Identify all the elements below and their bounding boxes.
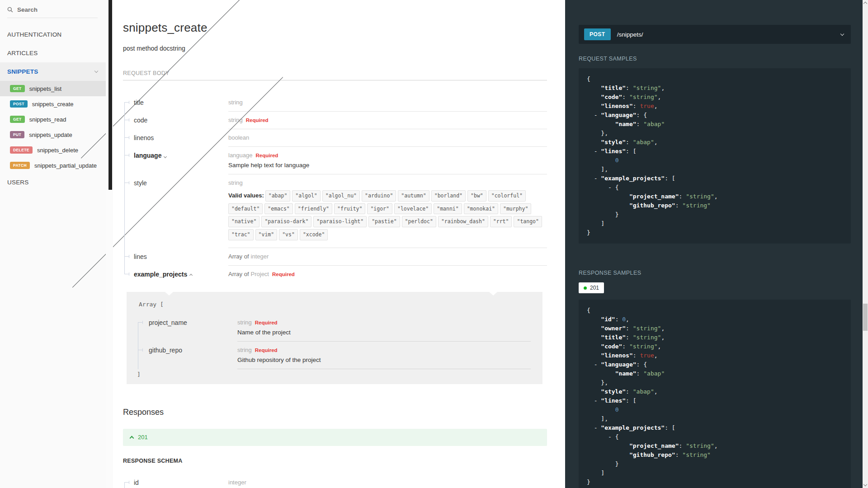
sidebar-item-snippets_read[interactable]: GETsnippets_read xyxy=(0,112,106,127)
field-type: string xyxy=(228,179,243,186)
code-token: "code" xyxy=(601,94,622,100)
code-token: , xyxy=(661,334,665,341)
sidebar-item-snippets_delete[interactable]: DELETEsnippets_delete xyxy=(0,142,106,158)
code-token: "linenos" xyxy=(601,352,632,359)
sidebar-item-snippets_update[interactable]: PUTsnippets_update xyxy=(0,127,106,142)
code-token: "language" xyxy=(601,112,636,118)
code-line: } xyxy=(587,210,843,219)
enum-value-chip: "borland" xyxy=(431,190,466,202)
tree-connector xyxy=(124,174,125,248)
field-type-cell: stringRequiredGithub repository of the p… xyxy=(237,342,531,369)
code-line: - "lines": [ xyxy=(587,396,843,405)
operation-label: snippets_read xyxy=(29,116,66,123)
collapse-marker[interactable]: - xyxy=(594,397,601,404)
enum-value-chip: "paraiso-dark" xyxy=(261,216,311,227)
field-help-text: Name of the project xyxy=(237,329,531,336)
field-type-cell: languageRequiredSample help text for lan… xyxy=(228,147,547,174)
field-name-cell: id xyxy=(123,474,228,488)
collapse-marker[interactable]: - xyxy=(594,112,601,118)
code-token: , xyxy=(626,316,629,323)
code-token xyxy=(587,397,594,404)
code-token: "style" xyxy=(601,388,626,395)
field-name-cell: example_projects xyxy=(123,266,228,283)
sidebar-item-snippets_list[interactable]: GETsnippets_list xyxy=(0,81,106,96)
code-token: "github_repo" xyxy=(629,451,675,458)
enum-value-chip: "abap" xyxy=(265,190,291,202)
collapse-marker[interactable]: - xyxy=(594,175,601,182)
required-badge: Required xyxy=(256,153,278,158)
sidebar-section-label: ARTICLES xyxy=(7,50,38,56)
field-type-line: languageRequired xyxy=(228,152,547,159)
collapse-marker[interactable]: - xyxy=(594,361,601,368)
tree-connector xyxy=(124,102,125,112)
enum-value-chip: "vs" xyxy=(279,229,298,240)
sidebar-item-snippets[interactable]: SNIPPETS xyxy=(0,62,106,81)
response-tab-201[interactable]: 201 xyxy=(579,282,604,293)
code-token xyxy=(587,469,601,476)
code-line: "id": 0, xyxy=(587,315,843,324)
method-badge: PUT xyxy=(10,131,24,138)
sidebar-item-articles[interactable]: ARTICLES xyxy=(0,44,106,62)
request-samples-label: REQUEST SAMPLES xyxy=(579,56,851,62)
collapse-marker[interactable]: - xyxy=(608,433,615,440)
field-type-cell: integerid serializer help text xyxy=(228,474,547,488)
code-token: "id" xyxy=(601,316,615,323)
collapse-marker[interactable]: - xyxy=(594,148,601,155)
chevron-up-icon xyxy=(189,274,193,277)
code-token: : { xyxy=(637,361,647,368)
sidebar-item-users[interactable]: USERS xyxy=(0,173,106,192)
required-badge: Required xyxy=(272,272,295,277)
collapse-marker[interactable]: - xyxy=(608,184,615,191)
code-token xyxy=(587,139,601,145)
code-token: "string" xyxy=(686,442,714,449)
code-token xyxy=(587,121,615,127)
page-scrollbar-thumb[interactable] xyxy=(863,304,868,331)
code-token: : xyxy=(626,334,633,341)
code-token: { xyxy=(587,75,590,82)
code-line: - "language": { xyxy=(587,360,843,369)
code-line: "style": "abap", xyxy=(587,138,843,147)
sidebar-item-snippets_create[interactable]: POSTsnippets_create xyxy=(0,96,106,112)
field-row-language[interactable]: languagelanguageRequiredSample help text… xyxy=(123,147,547,174)
required-badge: Required xyxy=(246,117,269,123)
search-input[interactable]: Search xyxy=(7,0,98,18)
field-name-cell: style xyxy=(123,174,228,248)
response-201-banner[interactable]: 201 xyxy=(123,429,547,446)
collapse-marker[interactable]: - xyxy=(594,424,601,431)
enum-value-chip: "colorful" xyxy=(488,190,526,202)
sidebar-item-authentication[interactable]: AUTHENTICATION xyxy=(0,25,106,44)
tree-connector xyxy=(124,129,125,147)
code-token: "string" xyxy=(686,193,714,200)
code-token: , xyxy=(658,94,661,100)
code-token: : xyxy=(622,343,629,350)
sidebar-scrollbar[interactable] xyxy=(106,0,113,488)
field-type-cell: string xyxy=(228,94,547,112)
field-type-line: Array ofProjectRequired xyxy=(228,271,547,277)
code-token: 0 xyxy=(615,406,619,413)
method-badge: DELETE xyxy=(10,146,33,154)
enum-value-chip: "rainbow_dash" xyxy=(438,216,488,227)
code-token: "abap" xyxy=(633,139,654,145)
page-scrollbar[interactable] xyxy=(863,0,868,488)
endpoint-selector[interactable]: POST /snippets/ xyxy=(579,25,851,44)
tree-connector xyxy=(129,181,129,184)
scroll-up-icon[interactable] xyxy=(863,2,867,5)
field-row-example_projects[interactable]: example_projectsArray ofProjectRequired xyxy=(123,266,547,283)
chevron-down-icon xyxy=(164,155,167,158)
field-type: string xyxy=(228,117,243,123)
required-badge: Required xyxy=(255,320,278,325)
code-token: ] xyxy=(601,220,604,227)
sidebar-nav: AUTHENTICATIONARTICLESSNIPPETSGETsnippet… xyxy=(0,25,106,192)
tree-connector xyxy=(124,137,129,138)
sidebar-scrollbar-thumb[interactable] xyxy=(108,0,112,190)
code-token: , xyxy=(654,139,658,145)
code-line: } xyxy=(587,228,843,237)
code-token: "abap" xyxy=(643,121,665,127)
scroll-down-icon[interactable] xyxy=(863,483,867,486)
code-line: "code": "string", xyxy=(587,93,843,102)
code-token: , xyxy=(661,84,665,91)
code-token xyxy=(587,166,601,173)
code-line: 0 xyxy=(587,156,843,165)
code-token: "string" xyxy=(633,84,661,91)
sidebar-item-snippets_partial_update[interactable]: PATCHsnippets_partial_update xyxy=(0,158,106,173)
